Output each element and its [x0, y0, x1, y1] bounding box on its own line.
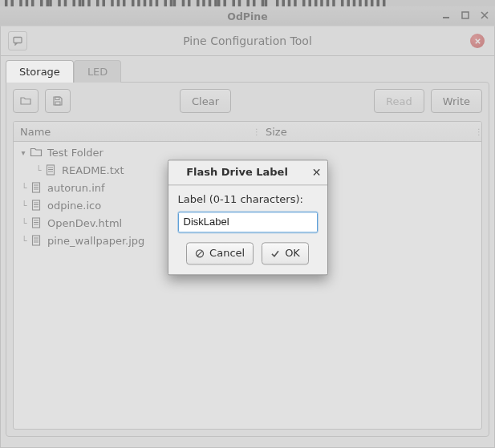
- check-icon: [270, 248, 280, 258]
- dialog-prompt: Label (0-11 characters):: [178, 193, 318, 205]
- dialog-cancel-button[interactable]: Cancel: [186, 242, 254, 264]
- dialog-close-button[interactable]: ✕: [306, 166, 327, 179]
- label-input[interactable]: [178, 212, 318, 232]
- dialog-cancel-label: Cancel: [209, 247, 245, 259]
- tab-storage[interactable]: Storage: [6, 60, 74, 83]
- flash-label-dialog: Flash Drive Label ✕ Label (0-11 characte…: [168, 159, 328, 275]
- dialog-ok-button[interactable]: OK: [262, 242, 309, 264]
- dialog-titlebar: Flash Drive Label ✕: [168, 160, 327, 185]
- dialog-title: Flash Drive Label: [168, 166, 306, 178]
- cancel-icon: [195, 248, 205, 258]
- dialog-ok-label: OK: [285, 247, 300, 259]
